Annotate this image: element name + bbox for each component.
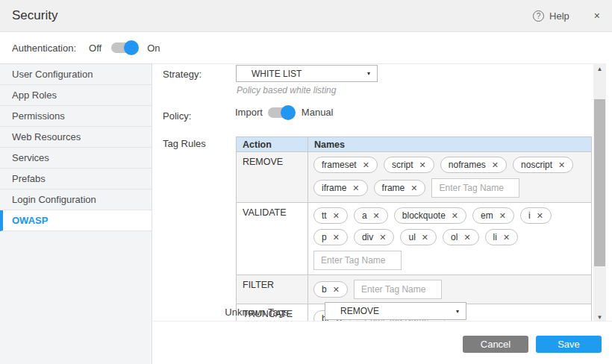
tag-chip-label: a bbox=[362, 210, 367, 221]
tag-chip: ul✕ bbox=[400, 229, 437, 245]
authentication-off-label: Off bbox=[89, 43, 102, 54]
tag-rule-action: VALIDATE bbox=[237, 203, 308, 275]
tag-chip: ol✕ bbox=[443, 229, 479, 245]
header-actions: ? Help × bbox=[533, 10, 600, 22]
sidebar-item-user-configuration[interactable]: User Configuration bbox=[0, 64, 152, 85]
cancel-button[interactable]: Cancel bbox=[463, 336, 528, 353]
sidebar-item-services[interactable]: Services bbox=[0, 148, 152, 169]
unknown-tags-label: Unknown Tags: bbox=[224, 307, 291, 318]
remove-tag-icon[interactable]: ✕ bbox=[373, 212, 380, 220]
tag-chip: p✕ bbox=[313, 229, 348, 245]
remove-tag-icon[interactable]: ✕ bbox=[452, 212, 458, 220]
unknown-tags-select-value: REMOVE bbox=[325, 306, 379, 316]
tag-chip: b✕ bbox=[313, 281, 348, 298]
authentication-toggle[interactable] bbox=[111, 43, 137, 53]
tag-rules-label: Tag Rules bbox=[163, 138, 206, 149]
tag-chip: iframe✕ bbox=[313, 180, 368, 196]
remove-tag-icon[interactable]: ✕ bbox=[463, 233, 470, 242]
sidebar-item-web-resources[interactable]: Web Resources bbox=[0, 127, 152, 148]
tag-chip: a✕ bbox=[354, 207, 388, 224]
toggle-knob bbox=[281, 105, 296, 120]
remove-tag-icon[interactable]: ✕ bbox=[352, 184, 359, 192]
policy-toggle[interactable] bbox=[268, 107, 294, 118]
toggle-knob bbox=[124, 40, 139, 55]
tag-chip-label: ol bbox=[451, 232, 458, 242]
scrollbar-thumb[interactable] bbox=[594, 99, 605, 266]
sidebar: User ConfigurationApp RolesPermissionsWe… bbox=[0, 63, 152, 364]
enter-tag-name-input[interactable] bbox=[431, 178, 519, 198]
sidebar-item-prefabs[interactable]: Prefabs bbox=[0, 169, 152, 189]
tag-chip: i✕ bbox=[520, 207, 552, 224]
unknown-tags-select[interactable]: REMOVE ▾ bbox=[325, 302, 466, 320]
remove-tag-icon[interactable]: ✕ bbox=[503, 233, 510, 242]
vertical-scrollbar[interactable]: ▲ ▼ bbox=[593, 63, 606, 322]
remove-tag-icon[interactable]: ✕ bbox=[422, 233, 428, 242]
policy-toggle-group: Import Manual bbox=[235, 107, 333, 118]
tag-rule-names: frameset✕script✕noframes✕noscript✕iframe… bbox=[308, 152, 592, 203]
tag-chip-list: b✕ bbox=[313, 280, 586, 299]
tag-chip-label: noframes bbox=[449, 160, 486, 170]
remove-tag-icon[interactable]: ✕ bbox=[333, 233, 340, 242]
sidebar-item-login-configuration[interactable]: Login Configuration bbox=[0, 189, 152, 210]
tag-chip: script✕ bbox=[384, 157, 434, 173]
tag-rule-names: b✕ bbox=[308, 275, 592, 304]
tag-chip-list: frameset✕script✕noframes✕noscript✕iframe… bbox=[313, 157, 586, 198]
policy-import-label: Import bbox=[235, 107, 263, 118]
tag-chip-label: script bbox=[392, 160, 413, 170]
table-row: FILTERb✕ bbox=[237, 275, 592, 304]
tag-chip: tt✕ bbox=[313, 207, 348, 224]
remove-tag-icon[interactable]: ✕ bbox=[363, 161, 369, 169]
tag-chip-label: p bbox=[322, 232, 327, 242]
sidebar-item-app-roles[interactable]: App Roles bbox=[0, 85, 152, 106]
sidebar-item-permissions[interactable]: Permissions bbox=[0, 106, 152, 127]
tag-chip: em✕ bbox=[472, 207, 514, 224]
remove-tag-icon[interactable]: ✕ bbox=[558, 161, 565, 169]
remove-tag-icon[interactable]: ✕ bbox=[537, 212, 543, 220]
tag-rule-action: REMOVE bbox=[237, 152, 308, 203]
enter-tag-name-input[interactable] bbox=[354, 280, 442, 299]
tag-rule-names: tt✕a✕blockquote✕em✕i✕p✕div✕ul✕ol✕li✕ bbox=[308, 203, 592, 275]
dialog-header: Security ? Help × bbox=[0, 0, 612, 32]
scroll-up-icon[interactable]: ▲ bbox=[593, 63, 606, 74]
enter-tag-name-input[interactable] bbox=[313, 251, 402, 270]
remove-tag-icon[interactable]: ✕ bbox=[419, 161, 426, 169]
strategy-select-value: WHITE LIST bbox=[237, 69, 302, 79]
page-title: Security bbox=[12, 8, 57, 23]
tag-chip-label: li bbox=[493, 232, 497, 242]
remove-tag-icon[interactable]: ✕ bbox=[410, 184, 417, 192]
tag-chip-label: frame bbox=[382, 183, 405, 193]
tag-chip: div✕ bbox=[354, 229, 395, 245]
strategy-label: Strategy: bbox=[163, 69, 202, 80]
chevron-down-icon: ▾ bbox=[367, 70, 370, 77]
authentication-label: Authentication: bbox=[12, 43, 76, 54]
owasp-panel: Strategy: WHITE LIST ▾ Policy based whit… bbox=[153, 63, 593, 321]
save-button[interactable]: Save bbox=[536, 336, 602, 353]
close-icon[interactable]: × bbox=[594, 10, 600, 22]
help-link[interactable]: Help bbox=[549, 10, 569, 22]
remove-tag-icon[interactable]: ✕ bbox=[333, 212, 340, 220]
chevron-down-icon: ▾ bbox=[456, 308, 459, 315]
security-dialog: Security ? Help × Authentication: Off On… bbox=[0, 0, 612, 364]
authentication-on-label: On bbox=[147, 43, 160, 54]
remove-tag-icon[interactable]: ✕ bbox=[379, 233, 386, 242]
table-row: REMOVEframeset✕script✕noframes✕noscript✕… bbox=[237, 152, 592, 203]
help-icon[interactable]: ? bbox=[533, 10, 544, 22]
tag-chip: blockquote✕ bbox=[394, 207, 466, 224]
column-header-names: Names bbox=[308, 137, 592, 152]
policy-manual-label: Manual bbox=[302, 107, 334, 118]
sidebar-item-owasp[interactable]: OWASP bbox=[0, 210, 152, 231]
tag-chip-label: blockquote bbox=[402, 210, 446, 221]
tag-chip: frame✕ bbox=[374, 180, 426, 196]
tag-chip-label: iframe bbox=[322, 183, 346, 193]
tag-chip-label: b bbox=[322, 284, 327, 295]
tag-chip-label: noscript bbox=[521, 160, 552, 170]
tag-chip: frameset✕ bbox=[313, 157, 378, 173]
dialog-footer: Cancel Save bbox=[153, 321, 612, 364]
strategy-select[interactable]: WHITE LIST ▾ bbox=[236, 65, 378, 82]
remove-tag-icon[interactable]: ✕ bbox=[499, 212, 506, 220]
remove-tag-icon[interactable]: ✕ bbox=[492, 161, 499, 169]
table-header-row: Action Names bbox=[237, 137, 592, 152]
remove-tag-icon[interactable]: ✕ bbox=[333, 286, 340, 294]
tag-chip-label: ul bbox=[408, 232, 415, 242]
strategy-hint: Policy based white listing bbox=[237, 85, 336, 95]
